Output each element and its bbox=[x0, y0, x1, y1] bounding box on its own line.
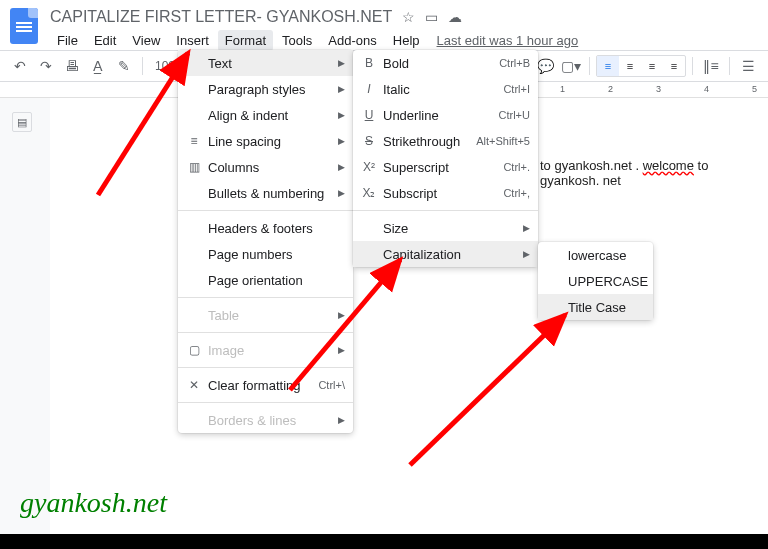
chevron-right-icon: ▶ bbox=[338, 188, 345, 198]
chevron-right-icon: ▶ bbox=[338, 415, 345, 425]
cap-menu-item[interactable]: UPPERCASE bbox=[538, 268, 653, 294]
print-icon[interactable]: 🖶 bbox=[60, 54, 84, 78]
menu-format[interactable]: Format bbox=[218, 30, 273, 51]
bottom-bar bbox=[0, 534, 768, 549]
doc-text-spellerror: welcome bbox=[643, 158, 694, 173]
format-menu-label: Page numbers bbox=[208, 247, 293, 262]
move-icon[interactable]: ▭ bbox=[425, 9, 438, 25]
format-menu-icon: ≡ bbox=[186, 134, 202, 148]
chevron-right-icon: ▶ bbox=[338, 58, 345, 68]
text-menu-label: Italic bbox=[383, 82, 410, 97]
text-menu-icon: B bbox=[361, 56, 377, 70]
format-menu-item[interactable]: ▢Image▶ bbox=[178, 337, 353, 363]
text-menu-shortcut: Ctrl+I bbox=[503, 83, 530, 95]
paint-format-icon[interactable]: ✎ bbox=[112, 54, 136, 78]
format-menu-item[interactable]: Text▶ bbox=[178, 50, 353, 76]
chevron-right-icon: ▶ bbox=[523, 249, 530, 259]
format-menu-item[interactable]: Table▶ bbox=[178, 302, 353, 328]
text-menu-item[interactable]: IItalicCtrl+I bbox=[353, 76, 538, 102]
format-menu-item[interactable]: ▥Columns▶ bbox=[178, 154, 353, 180]
text-menu-label: Strikethrough bbox=[383, 134, 460, 149]
align-right-icon[interactable]: ≡ bbox=[641, 56, 663, 76]
outline-icon[interactable]: ▤ bbox=[12, 112, 32, 132]
menu-help[interactable]: Help bbox=[386, 30, 427, 51]
doc-title[interactable]: CAPITALIZE FIRST LETTER- GYANKOSH.NET bbox=[50, 8, 392, 26]
star-icon[interactable]: ☆ bbox=[402, 9, 415, 25]
line-spacing-icon[interactable]: ‖≡ bbox=[699, 54, 723, 78]
menu-insert[interactable]: Insert bbox=[169, 30, 216, 51]
text-menu-item[interactable]: UUnderlineCtrl+U bbox=[353, 102, 538, 128]
format-menu-item[interactable]: Paragraph styles▶ bbox=[178, 76, 353, 102]
text-menu-item[interactable]: SStrikethroughAlt+Shift+5 bbox=[353, 128, 538, 154]
text-menu-item[interactable]: BBoldCtrl+B bbox=[353, 50, 538, 76]
format-menu-icon: ▥ bbox=[186, 160, 202, 174]
text-menu-label: Superscript bbox=[383, 160, 449, 175]
cap-menu-label: lowercase bbox=[568, 248, 627, 263]
format-menu-item[interactable]: Headers & footers bbox=[178, 215, 353, 241]
text-menu-icon: X₂ bbox=[361, 186, 377, 200]
chevron-right-icon: ▶ bbox=[338, 345, 345, 355]
menu-file[interactable]: File bbox=[50, 30, 85, 51]
chevron-right-icon: ▶ bbox=[338, 136, 345, 146]
format-menu-item[interactable]: Bullets & numbering▶ bbox=[178, 180, 353, 206]
format-menu-item[interactable]: ≡Line spacing▶ bbox=[178, 128, 353, 154]
doc-text: to gyankosh.net . bbox=[540, 158, 643, 173]
format-menu-label: Paragraph styles bbox=[208, 82, 306, 97]
chevron-right-icon: ▶ bbox=[338, 310, 345, 320]
format-menu-item[interactable]: Page numbers bbox=[178, 241, 353, 267]
menu-addons[interactable]: Add-ons bbox=[321, 30, 383, 51]
docs-logo-icon[interactable] bbox=[10, 8, 38, 44]
format-menu-item[interactable]: Page orientation bbox=[178, 267, 353, 293]
spellcheck-icon[interactable]: A̲ bbox=[86, 54, 110, 78]
chevron-right-icon: ▶ bbox=[338, 84, 345, 94]
text-menu-icon: U bbox=[361, 108, 377, 122]
undo-icon[interactable]: ↶ bbox=[8, 54, 32, 78]
cap-menu-item[interactable]: Title Case bbox=[538, 294, 653, 320]
last-edit-info[interactable]: Last edit was 1 hour ago bbox=[437, 30, 579, 51]
align-left-icon[interactable]: ≡ bbox=[597, 56, 619, 76]
chevron-right-icon: ▶ bbox=[338, 162, 345, 172]
text-menu-icon: X² bbox=[361, 160, 377, 174]
align-center-icon[interactable]: ≡ bbox=[619, 56, 641, 76]
text-menu-item[interactable]: Capitalization▶ bbox=[353, 241, 538, 267]
menu-bar: File Edit View Insert Format Tools Add-o… bbox=[50, 30, 578, 51]
format-menu-label: Table bbox=[208, 308, 239, 323]
image-icon[interactable]: ▢▾ bbox=[559, 54, 583, 78]
format-menu-label: Headers & footers bbox=[208, 221, 313, 236]
align-justify-icon[interactable]: ≡ bbox=[663, 56, 685, 76]
text-menu-label: Subscript bbox=[383, 186, 437, 201]
align-group: ≡ ≡ ≡ ≡ bbox=[596, 55, 686, 77]
cap-menu-item[interactable]: lowercase bbox=[538, 242, 653, 268]
menu-view[interactable]: View bbox=[125, 30, 167, 51]
text-menu-item[interactable]: X²SuperscriptCtrl+. bbox=[353, 154, 538, 180]
format-menu-item[interactable]: ✕Clear formattingCtrl+\ bbox=[178, 372, 353, 398]
chevron-right-icon: ▶ bbox=[523, 223, 530, 233]
watermark: gyankosh.net bbox=[20, 487, 167, 519]
text-menu-shortcut: Ctrl+, bbox=[503, 187, 530, 199]
format-menu-item[interactable]: Borders & lines▶ bbox=[178, 407, 353, 433]
text-menu-icon: S bbox=[361, 134, 377, 148]
capitalization-dropdown: lowercaseUPPERCASETitle Case bbox=[538, 242, 653, 320]
format-menu-label: Columns bbox=[208, 160, 259, 175]
format-menu-icon: ▢ bbox=[186, 343, 202, 357]
format-menu-label: Clear formatting bbox=[208, 378, 300, 393]
format-menu-label: Page orientation bbox=[208, 273, 303, 288]
menu-tools[interactable]: Tools bbox=[275, 30, 319, 51]
text-menu-item[interactable]: X₂SubscriptCtrl+, bbox=[353, 180, 538, 206]
text-menu-label: Size bbox=[383, 221, 408, 236]
redo-icon[interactable]: ↷ bbox=[34, 54, 58, 78]
format-menu-icon: ✕ bbox=[186, 378, 202, 392]
cloud-icon[interactable]: ☁ bbox=[448, 9, 462, 25]
format-menu-label: Image bbox=[208, 343, 244, 358]
format-menu-label: Borders & lines bbox=[208, 413, 296, 428]
checklist-icon[interactable]: ☰ bbox=[736, 54, 760, 78]
text-menu-label: Underline bbox=[383, 108, 439, 123]
format-menu-label: Bullets & numbering bbox=[208, 186, 324, 201]
text-menu-item[interactable]: Size▶ bbox=[353, 215, 538, 241]
text-menu-shortcut: Ctrl+B bbox=[499, 57, 530, 69]
cap-menu-label: Title Case bbox=[568, 300, 626, 315]
format-menu-item[interactable]: Align & indent▶ bbox=[178, 102, 353, 128]
text-menu-icon: I bbox=[361, 82, 377, 96]
menu-edit[interactable]: Edit bbox=[87, 30, 123, 51]
format-menu-shortcut: Ctrl+\ bbox=[318, 379, 345, 391]
